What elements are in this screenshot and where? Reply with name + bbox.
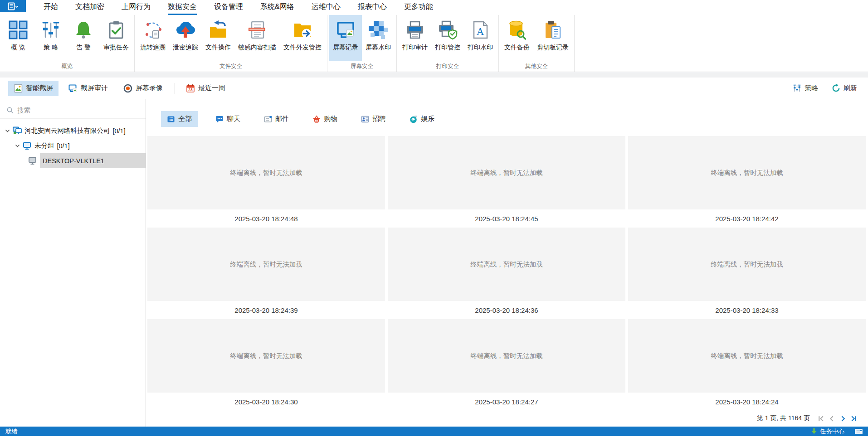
toolbar-right: 策略 刷新 <box>792 81 858 96</box>
view-screen-video-button[interactable]: 屏幕录像 <box>118 81 168 96</box>
first-page-icon[interactable] <box>818 415 824 422</box>
screenshot-timestamp: 2025-03-20 18:24:42 <box>628 209 866 228</box>
entertainment-icon <box>410 115 418 123</box>
screenshot-card[interactable]: 终端离线，暂时无法加载 <box>388 136 625 209</box>
filter-entertainment-button[interactable]: 娱乐 <box>404 111 440 127</box>
tree-node-terminal-selected[interactable]: DESKTOP-VLKTLE1 <box>0 153 146 168</box>
smart-screenshot-icon <box>14 84 23 93</box>
filter-recruit-button[interactable]: 招聘 <box>355 111 392 127</box>
status-ready-label: 就绪 <box>5 427 18 436</box>
app-menu-button[interactable] <box>0 0 26 12</box>
tree-node-ungrouped[interactable]: 未分组 [0/1] <box>0 138 146 153</box>
ribbon-item-alert[interactable]: 告 警 <box>67 15 100 61</box>
policy-button[interactable]: 策略 <box>792 81 819 96</box>
refresh-button[interactable]: 刷新 <box>831 81 858 96</box>
screenshot-card[interactable]: 终端离线，暂时无法加载 <box>388 228 625 301</box>
recruit-badge-icon <box>361 115 369 123</box>
calendar-icon: 23 <box>186 84 195 93</box>
file-ops-folder-icon <box>208 19 229 40</box>
task-message-icon[interactable] <box>855 428 863 435</box>
ribbon-item-policy[interactable]: 策 略 <box>34 15 67 61</box>
ribbon-item-file-outgoing[interactable]: 文件外发管控 <box>280 15 325 61</box>
chevron-down-icon[interactable] <box>14 144 21 148</box>
menu-tab-report-center[interactable]: 报表中心 <box>358 0 387 15</box>
screenshot-timestamp: 2025-03-20 18:24:27 <box>388 393 625 411</box>
last-page-icon[interactable] <box>850 415 857 422</box>
menu-tab-more[interactable]: 更多功能 <box>404 0 433 15</box>
filter-shopping-button[interactable]: 购物 <box>307 111 343 127</box>
ribbon-item-label: 审批任务 <box>103 44 129 52</box>
ribbon-group-print-security: 打印审计 打印管控 A 打印水印 打印安全 <box>397 15 499 72</box>
view-smart-screenshot-button[interactable]: 智能截屏 <box>8 81 59 96</box>
screenshot-card[interactable]: 终端离线，暂时无法加载 <box>628 319 866 393</box>
offline-message: 终端离线，暂时无法加载 <box>711 260 783 269</box>
clipboard-record-icon <box>542 19 563 40</box>
tree-node-label: 河北安固云网络科技有限公司 <box>24 126 110 135</box>
prev-page-icon[interactable] <box>829 415 835 422</box>
menu-tab-device-mgmt[interactable]: 设备管理 <box>214 0 243 15</box>
next-page-icon[interactable] <box>839 415 846 422</box>
screenshot-card[interactable]: 终端离线，暂时无法加载 <box>147 319 385 393</box>
menu-tab-ops-center[interactable]: 运维中心 <box>312 0 341 15</box>
ribbon-item-approval-tasks[interactable]: 审批任务 <box>100 15 132 61</box>
view-button-label: 屏幕录像 <box>136 84 163 92</box>
menu-tab-web-behavior[interactable]: 上网行为 <box>122 0 151 15</box>
offline-message: 终端离线，暂时无法加载 <box>470 352 543 360</box>
ribbon-item-label: 敏感内容扫描 <box>238 44 276 52</box>
ribbon-item-label: 屏幕记录 <box>333 44 358 52</box>
alert-bell-icon <box>73 19 94 40</box>
screen-video-icon <box>123 84 132 93</box>
task-center-label: 任务中心 <box>820 427 844 436</box>
print-watermark-icon: A <box>470 19 491 40</box>
view-screenshot-audit-button[interactable]: 截屏审计 <box>63 81 113 96</box>
offline-message: 终端离线，暂时无法加载 <box>470 260 543 269</box>
ribbon-item-label: 打印水印 <box>468 44 493 52</box>
print-audit-icon <box>405 19 425 40</box>
ribbon-item-overview[interactable]: 概 览 <box>2 15 34 61</box>
ribbon-item-print-audit[interactable]: 打印审计 <box>399 15 431 61</box>
tree-node-count: [0/1] <box>113 127 126 135</box>
file-backup-icon <box>507 19 527 40</box>
screenshot-card[interactable]: 终端离线，暂时无法加载 <box>388 319 625 393</box>
chevron-down-icon[interactable] <box>4 129 11 133</box>
menu-tab-start[interactable]: 开始 <box>44 0 58 15</box>
ribbon-item-label: 打印审计 <box>402 44 428 52</box>
ribbon-item-flow-trace[interactable]: 流转追溯 <box>137 15 169 61</box>
ribbon-item-file-ops[interactable]: 文件操作 <box>202 15 234 61</box>
ribbon-group-label: 打印安全 <box>399 61 497 73</box>
screenshot-card[interactable]: 终端离线，暂时无法加载 <box>628 136 866 209</box>
filter-label: 娱乐 <box>421 115 434 123</box>
screenshot-card[interactable]: 终端离线，暂时无法加载 <box>628 228 866 301</box>
filter-all-button[interactable]: 全部 <box>161 111 198 127</box>
screenshot-cell: 终端离线，暂时无法加载 2025-03-20 18:24:42 <box>628 136 866 228</box>
terminal-tree-sidebar: 河北安固云网络科技有限公司 [0/1] 未分组 [0/1] DESKTOP-VL… <box>0 99 146 427</box>
category-filters: 全部 聊天 邮件 购物 <box>161 111 868 127</box>
file-outgoing-folder-icon <box>292 19 313 40</box>
ribbon-item-print-control[interactable]: 打印管控 <box>431 15 464 61</box>
date-range-button[interactable]: 23 最近一周 <box>180 81 231 96</box>
filter-mail-button[interactable]: 邮件 <box>258 111 295 127</box>
screenshot-cell: 终端离线，暂时无法加载 2025-03-20 18:24:27 <box>388 319 625 411</box>
company-terminals-icon <box>12 126 23 135</box>
ribbon-item-sensitive-scan[interactable]: 敏感内容扫描 <box>234 15 280 61</box>
ribbon-item-file-backup[interactable]: 文件备份 <box>501 15 533 61</box>
pagination: 第 1 页, 共 1164 页 <box>146 411 868 424</box>
ribbon-item-screen-record[interactable]: 屏幕记录 <box>329 15 362 61</box>
ribbon-item-leak-trace[interactable]: 泄密追踪 <box>169 15 202 61</box>
task-center-button[interactable]: 任务中心 <box>811 427 844 436</box>
search-input[interactable] <box>17 107 139 114</box>
print-control-icon <box>437 19 458 40</box>
menu-tab-data-security[interactable]: 数据安全 <box>168 0 197 15</box>
ribbon-item-print-watermark[interactable]: A 打印水印 <box>464 15 497 61</box>
screenshot-card[interactable]: 终端离线，暂时无法加载 <box>147 228 385 301</box>
tree-node-company[interactable]: 河北安固云网络科技有限公司 [0/1] <box>0 123 146 138</box>
screenshot-card[interactable]: 终端离线，暂时无法加载 <box>147 136 385 209</box>
pagination-label: 第 1 页, 共 1164 页 <box>757 414 810 422</box>
menu-tab-doc-encrypt[interactable]: 文档加密 <box>75 0 104 15</box>
date-range-label: 最近一周 <box>198 84 225 92</box>
filter-chat-button[interactable]: 聊天 <box>210 111 246 127</box>
ribbon-item-screen-watermark[interactable]: 屏幕水印 <box>362 15 395 61</box>
terminal-tree: 河北安固云网络科技有限公司 [0/1] 未分组 [0/1] DESKTOP-VL… <box>0 119 146 168</box>
ribbon-item-clipboard-record[interactable]: 剪切板记录 <box>533 15 572 61</box>
menu-tab-system-network[interactable]: 系统&网络 <box>260 0 294 15</box>
